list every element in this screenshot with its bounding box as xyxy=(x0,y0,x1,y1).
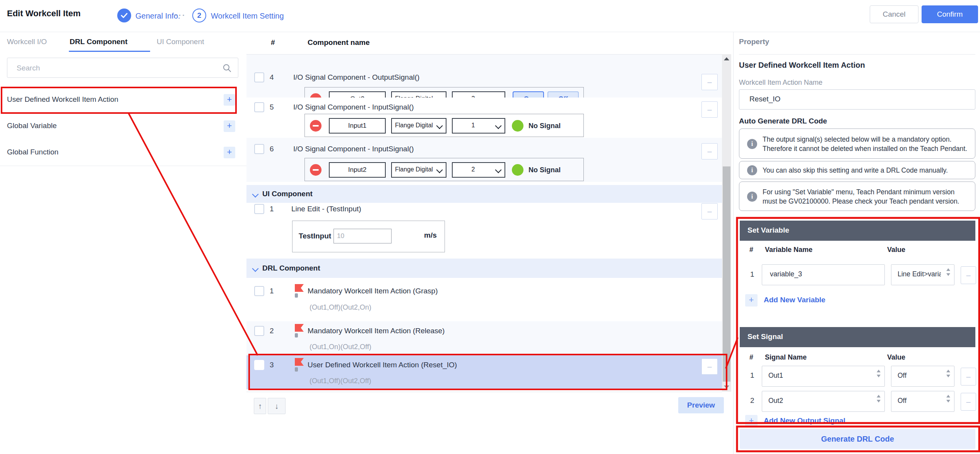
step2-circle[interactable]: 2 xyxy=(192,9,206,22)
spinner-arrows-icon[interactable] xyxy=(946,370,951,377)
add-user-defined-action-button[interactable]: + xyxy=(224,94,235,106)
spinner-arrows-icon[interactable] xyxy=(876,395,881,403)
tab-drl-component[interactable]: DRL Component xyxy=(70,38,128,46)
variable-value-spinner[interactable]: Line Edit>variable⋯ xyxy=(891,264,954,285)
chevron-down-icon xyxy=(252,266,259,272)
spinner-arrows-icon[interactable] xyxy=(876,370,881,377)
info-line: You can also skip this setting and write… xyxy=(763,166,948,174)
collapse-row-button[interactable]: – xyxy=(701,101,718,118)
tab-ui-component[interactable]: UI Component xyxy=(157,38,204,46)
signal-name-text: Out2 xyxy=(768,397,871,405)
collapse-row-button[interactable]: – xyxy=(701,143,718,159)
drl-component-section-header[interactable]: DRL Component xyxy=(246,259,722,278)
add-new-variable-link[interactable]: + Add New Variable xyxy=(745,294,846,307)
row-checkbox[interactable] xyxy=(254,144,264,154)
signal-index-value: 1 xyxy=(453,122,494,129)
sidebar-item-global-function[interactable]: Global Function + xyxy=(0,139,246,166)
scrollbar-thumb[interactable] xyxy=(723,166,730,382)
row-checkbox[interactable] xyxy=(254,102,264,112)
delete-signal-icon[interactable] xyxy=(310,164,322,176)
signal-name-spinner[interactable]: Out2 xyxy=(762,391,885,412)
io-row-4[interactable]: 4 I/O Signal Component - OutputSignal() … xyxy=(246,54,722,98)
signal-name-input[interactable] xyxy=(329,118,386,134)
delete-signal-icon[interactable] xyxy=(310,120,322,132)
step-dots: ··· xyxy=(175,11,186,20)
sidebar-item-label: Global Function xyxy=(7,148,58,156)
signal-index-select[interactable]: 1 xyxy=(452,118,505,134)
ui-component-section-header[interactable]: UI Component xyxy=(246,185,722,203)
info-line: For using "Set Variable" menu, Teach Pen… xyxy=(763,188,954,196)
scroll-up-icon[interactable] xyxy=(722,54,731,63)
preview-button[interactable]: Preview xyxy=(678,397,724,413)
io-row-6[interactable]: 6 I/O Signal Component - InputSignal() –… xyxy=(246,138,722,182)
signal-index-select[interactable]: 2 xyxy=(452,162,505,178)
cancel-button[interactable]: Cancel xyxy=(870,5,918,23)
variable-name-input[interactable] xyxy=(769,270,867,279)
remove-variable-button[interactable]: – xyxy=(961,266,976,284)
list-scrollbar[interactable] xyxy=(722,54,731,392)
signal-name-spinner[interactable]: Out1 xyxy=(762,366,885,387)
add-global-function-button[interactable]: + xyxy=(224,147,235,158)
drl-row-1[interactable]: 1 Mandatory Workcell Item Action (Grasp)… xyxy=(246,278,722,321)
row-number: 5 xyxy=(270,103,274,111)
confirm-button[interactable]: Confirm xyxy=(922,5,978,23)
spinner-arrows-icon[interactable] xyxy=(946,395,951,403)
search-input[interactable] xyxy=(16,62,219,74)
set-variable-header: Set Variable xyxy=(740,221,975,241)
line-edit-input[interactable] xyxy=(334,229,392,243)
io-row-5[interactable]: 5 I/O Signal Component - InputSignal() –… xyxy=(246,98,722,138)
spinner-arrows-icon[interactable] xyxy=(946,268,951,276)
variable-value-text: Line Edit>variable⋯ xyxy=(898,270,941,278)
row-number: 4 xyxy=(270,73,274,82)
drl-row-2[interactable]: 2 Mandatory Workcell Item Action (Releas… xyxy=(246,321,722,355)
row-checkbox[interactable] xyxy=(254,72,264,82)
ui-row-1[interactable]: 1 Line Edit - (TestInput) – TestInput m/… xyxy=(246,203,722,259)
remove-signal-button[interactable]: – xyxy=(961,393,976,411)
action-name-input[interactable] xyxy=(749,94,967,104)
row-title: I/O Signal Component - OutputSignal() xyxy=(293,73,419,82)
chevron-down-icon xyxy=(495,123,502,129)
info-box-version: i For using "Set Variable" menu, Teach P… xyxy=(739,182,975,211)
auto-generate-title: Auto Generate DRL Code xyxy=(739,117,827,125)
add-new-output-signal-link[interactable]: + Add New Output Signal xyxy=(745,415,869,427)
row-checkbox[interactable] xyxy=(254,326,264,336)
active-tab-underline xyxy=(69,51,150,52)
signal-type-select[interactable]: Flange Digital In xyxy=(391,118,446,134)
remove-signal-button[interactable]: – xyxy=(961,368,976,385)
sidebar-item-label: User Defined Workcell Item Action xyxy=(7,95,118,104)
move-down-button[interactable]: ↓ xyxy=(268,398,286,414)
collapse-row-button[interactable]: – xyxy=(701,203,718,219)
info-box-skip: i You can also skip this setting and wri… xyxy=(739,161,975,179)
action-name-field xyxy=(739,89,975,110)
row-checkbox[interactable] xyxy=(254,286,264,296)
scroll-down-icon[interactable] xyxy=(722,382,731,392)
signal-type-select[interactable]: Flange Digital In xyxy=(391,162,446,178)
step1-label[interactable]: General Info. xyxy=(135,12,180,21)
search-icon xyxy=(222,63,232,73)
row-checkbox[interactable] xyxy=(254,360,264,370)
edit-workcell-item-screen: Edit Workcell Item General Info. ··· 2 W… xyxy=(0,0,980,454)
info-icon: i xyxy=(747,165,757,175)
signal-name-input[interactable] xyxy=(329,162,386,178)
check-icon xyxy=(121,13,128,18)
generate-drl-code-button[interactable]: Generate DRL Code xyxy=(740,429,975,449)
row-checkbox[interactable] xyxy=(254,204,264,214)
mandatory-flag-icon xyxy=(294,283,304,299)
top-bar: Edit Workcell Item General Info. ··· 2 W… xyxy=(0,0,980,32)
sidebar-item-global-variable[interactable]: Global Variable + xyxy=(0,113,246,140)
plus-icon: + xyxy=(745,415,758,427)
move-up-button[interactable]: ↑ xyxy=(254,398,266,414)
collapse-row-button[interactable]: – xyxy=(701,74,718,90)
collapse-row-button[interactable]: – xyxy=(701,358,718,375)
signal-value-spinner[interactable]: Off xyxy=(891,366,954,387)
section-title: UI Component xyxy=(262,190,313,198)
step1-done-circle[interactable] xyxy=(117,9,131,22)
drl-row-3-selected[interactable]: 3 User Defined Workcell Item Action (Res… xyxy=(246,355,722,389)
tab-workcell-io[interactable]: Workcell I/O xyxy=(7,38,47,46)
col-value-header: Value xyxy=(887,353,905,361)
add-global-variable-button[interactable]: + xyxy=(224,120,235,132)
mandatory-flag-icon xyxy=(294,323,304,339)
sidebar-item-user-defined-action[interactable]: User Defined Workcell Item Action + xyxy=(0,87,246,113)
step2-label[interactable]: Workcell Item Setting xyxy=(211,12,284,21)
signal-value-spinner[interactable]: Off xyxy=(891,391,954,412)
